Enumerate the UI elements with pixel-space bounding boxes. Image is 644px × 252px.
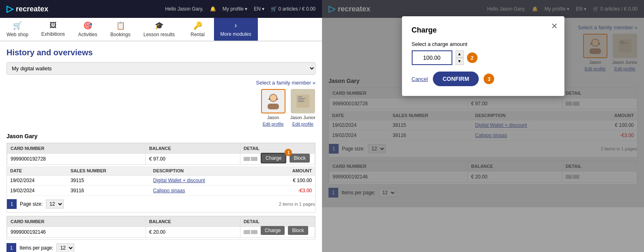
items-per-page-label: Items per page:: [19, 245, 53, 251]
logo-left: ▷ recreatex: [6, 4, 48, 14]
page-btn-1[interactable]: 1: [7, 199, 17, 209]
detail-box-3: [244, 230, 250, 234]
tab-activities[interactable]: 🎯 Activities: [71, 18, 104, 41]
confirm-button[interactable]: CONFIRM: [433, 72, 479, 86]
bell-icon: 🔔: [210, 6, 216, 12]
svg-rect-7: [298, 96, 302, 97]
card-actions-2: Charge Block: [240, 227, 315, 238]
detail-box-2: [251, 157, 257, 161]
avatar-jason[interactable]: [261, 89, 285, 113]
tab-webshop[interactable]: 🛒 Web shop: [0, 18, 35, 41]
table-row: 9999000192728 € 97.00 Charge 1: [7, 154, 315, 165]
bottom-pagination: 1 Items per page: 12: [6, 243, 316, 252]
cancel-button[interactable]: Cancel: [412, 76, 428, 82]
block-button-1[interactable]: Block: [290, 154, 309, 163]
lang-link-left[interactable]: EN ▾: [254, 6, 264, 12]
block-button-2[interactable]: Block: [288, 226, 308, 235]
modal-title: Charge: [412, 26, 555, 35]
th-detail: DETAIL: [240, 143, 315, 154]
detail-box-1: [244, 157, 250, 161]
charge-button-1[interactable]: Charge: [261, 153, 286, 163]
member-name-jason: Jason: [267, 115, 279, 120]
th-balance: BALANCE: [146, 143, 240, 154]
webshop-icon: 🛒: [13, 21, 22, 30]
charge-amount-input[interactable]: [412, 50, 452, 65]
table-row: 9999000192146 € 20.00 Charge Block: [7, 227, 315, 238]
svg-point-2: [270, 95, 277, 101]
amount-spinner[interactable]: ▲ ▼: [456, 50, 464, 65]
card-2: CARD NUMBER BALANCE DETAIL 9999000192146…: [6, 216, 316, 240]
th-sales-number: SALES NUMBER: [67, 166, 150, 176]
right-panel: ▷ recreatex Hello Jason Gary, 🔔 My profi…: [322, 0, 644, 252]
greeting-left: Hello Jason Gary,: [165, 6, 203, 12]
rental-icon: 🔑: [193, 21, 202, 30]
tx-desc-2[interactable]: Calippo sinaas: [150, 186, 264, 196]
detail-box-4: [251, 230, 257, 234]
brand-name: recreatex: [16, 5, 48, 13]
svg-rect-1: [268, 104, 279, 109]
modal-actions: Cancel CONFIRM 3: [412, 72, 555, 86]
items-info-1: 2 items in 1 pages: [279, 202, 315, 206]
tx-date-1: 19/02/2024: [7, 176, 67, 186]
card-balance-2: € 20.00: [146, 227, 240, 238]
tx-amount-2: -€3.00: [264, 186, 315, 196]
tab-bookings-label: Bookings: [110, 32, 130, 37]
svg-rect-3: [268, 99, 270, 100]
avatar-junior[interactable]: [291, 89, 315, 113]
left-panel: ▷ recreatex Hello Jason Gary, 🔔 My profi…: [0, 0, 322, 252]
family-member-junior[interactable]: Jason Junior Edit profile: [290, 89, 316, 126]
pagination-row-1: 1 Page size: 12 2 items in 1 pages: [7, 199, 315, 209]
member-name-junior: Jason Junior: [290, 115, 316, 120]
profile-link-left[interactable]: My profile ▾: [223, 6, 247, 12]
person-name: Jason Gary: [6, 133, 316, 139]
tab-exhibitions[interactable]: 🖼 Exhibitions: [35, 18, 71, 41]
activities-icon: 🎯: [83, 21, 92, 30]
bottom-page-btn[interactable]: 1: [6, 243, 16, 252]
logo-icon: ▷: [6, 4, 13, 14]
page-title: History and overviews: [6, 48, 316, 57]
tab-more-modules[interactable]: › More modules: [214, 18, 258, 41]
tx-amount-1: € 100.00: [264, 176, 315, 186]
charge-modal: Charge ✕ Select a charge amount ▲ ▼ 2 Ca…: [402, 16, 564, 96]
exhibitions-icon: 🖼: [50, 21, 57, 30]
select-family-link[interactable]: Select a family member »: [6, 80, 316, 86]
bookings-icon: 📋: [116, 21, 125, 30]
top-nav-left: ▷ recreatex Hello Jason Gary, 🔔 My profi…: [0, 0, 322, 18]
card-balance-1: € 97.00: [146, 154, 240, 165]
page-size-select-1[interactable]: 12: [46, 200, 64, 209]
card-1: CARD NUMBER BALANCE DETAIL 9999000192728…: [6, 143, 316, 213]
lesson-results-icon: 🎓: [155, 21, 164, 30]
charge-button-2[interactable]: Charge: [261, 226, 285, 235]
card-actions-1: Charge 1 Block: [240, 154, 315, 165]
family-member-jason[interactable]: Jason Edit profile: [261, 89, 285, 126]
svg-rect-10: [298, 101, 305, 102]
tx-sales-2: 39116: [67, 186, 150, 196]
more-modules-icon: ›: [235, 21, 237, 30]
th-card-number-2: CARD NUMBER: [7, 217, 146, 227]
tab-bookings[interactable]: 📋 Bookings: [104, 18, 137, 41]
tab-activities-label: Activities: [78, 32, 97, 37]
card-table-2: CARD NUMBER BALANCE DETAIL 9999000192146…: [7, 216, 315, 238]
modal-close-button[interactable]: ✕: [551, 21, 558, 31]
th-detail-2: DETAIL: [240, 217, 315, 227]
avatar-junior-img: [294, 92, 312, 110]
tx-date-2: 19/02/2024: [7, 186, 67, 196]
tx-sales-1: 39115: [67, 176, 150, 186]
tab-rental[interactable]: 🔑 Rental: [182, 18, 214, 41]
wallet-dropdown[interactable]: My digital wallets Transaction history: [6, 62, 316, 75]
transaction-table-1: DATE SALES NUMBER DESCRIPTION AMOUNT 19/…: [7, 166, 315, 196]
th-card-number: CARD NUMBER: [7, 143, 146, 154]
edit-profile-junior[interactable]: Edit profile: [292, 122, 313, 126]
family-members: Jason Edit profile Jason Junior Edit pro…: [6, 89, 316, 126]
th-balance-2: BALANCE: [146, 217, 240, 227]
tx-desc-1[interactable]: Digital Wallet + discount: [150, 176, 264, 186]
svg-rect-9: [298, 100, 304, 100]
module-nav-left: 🛒 Web shop 🖼 Exhibitions 🎯 Activities 📋 …: [0, 18, 322, 41]
table-row: 19/02/2024 39116 Calippo sinaas -€3.00: [7, 186, 315, 196]
cart-left[interactable]: 🛒 0 articles / € 0.00: [271, 6, 316, 12]
bottom-page-size-select[interactable]: 12: [56, 243, 74, 252]
tab-lesson-results[interactable]: 🎓 Lesson results: [137, 18, 181, 41]
spinner-down-button[interactable]: ▼: [456, 58, 464, 65]
edit-profile-jason[interactable]: Edit profile: [263, 122, 284, 126]
spinner-up-button[interactable]: ▲: [456, 50, 464, 58]
